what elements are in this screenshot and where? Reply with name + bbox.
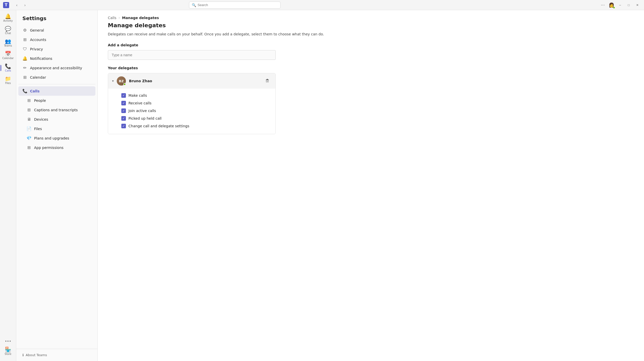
menu-item-apppermissions[interactable]: ⊞ App permissions: [18, 143, 95, 152]
nav-item-store[interactable]: 🏪 Store: [2, 345, 15, 357]
menu-item-people[interactable]: ⊞ People: [18, 96, 95, 105]
delegate-name: Bruno Zhao: [129, 79, 260, 83]
permission-make-calls: ✓ Make calls: [121, 92, 270, 99]
nav-label-activity: Activity: [3, 19, 13, 22]
permission-label-change-delegate-settings: Change call and delegate settings: [128, 124, 189, 128]
breadcrumb-parent[interactable]: Calls: [108, 16, 116, 20]
general-icon: ⚙: [22, 28, 27, 33]
delete-delegate-button[interactable]: [263, 77, 271, 85]
calls-icon: 📞: [5, 64, 11, 69]
nav-label-calendar: Calendar: [2, 57, 14, 60]
plans-icon: 💎: [26, 136, 32, 141]
menu-label-captions: Captions and transcripts: [34, 108, 78, 112]
checkbox-join-active-calls[interactable]: ✓: [121, 108, 126, 113]
permission-picked-up-held-call: ✓ Picked up held call: [121, 115, 270, 122]
profile-avatar[interactable]: 👩: [608, 2, 615, 9]
nav-label-calls: Calls: [5, 69, 11, 72]
menu-label-apppermissions: App permissions: [34, 146, 64, 150]
about-teams-item[interactable]: ℹ About Teams: [22, 353, 91, 357]
chat-icon: 💬: [5, 26, 11, 31]
page-description: Delegates can receive and make calls on …: [108, 32, 634, 37]
settings-menu: ⚙ General ⊞ Accounts 🛡 Privacy 🔔 Notific…: [16, 25, 97, 187]
your-delegates-title: Your delegates: [108, 66, 634, 70]
checkmark-join-active-calls: ✓: [122, 109, 125, 113]
nav-item-calls[interactable]: 📞 Calls: [2, 62, 15, 74]
nav-item-calendar[interactable]: 📅 Calendar: [2, 50, 15, 61]
menu-item-privacy[interactable]: 🛡 Privacy: [18, 44, 95, 54]
activity-icon: 🔔: [5, 14, 11, 19]
delegate-avatar: BZ: [117, 76, 126, 86]
menu-item-accounts[interactable]: ⊞ Accounts: [18, 35, 95, 44]
menu-label-notifications: Notifications: [30, 57, 52, 61]
checkbox-picked-up-held-call[interactable]: ✓: [121, 116, 126, 121]
menu-label-plans: Plans and upgrades: [34, 136, 69, 140]
forward-button[interactable]: ›: [21, 2, 28, 9]
checkbox-make-calls[interactable]: ✓: [121, 93, 126, 98]
menu-item-devices[interactable]: 🖥 Devices: [18, 115, 95, 124]
more-options-button[interactable]: ⋯: [599, 2, 606, 9]
permission-label-receive-calls: Receive calls: [128, 101, 152, 105]
permission-change-delegate-settings: ✓ Change call and delegate settings: [121, 122, 270, 130]
main-content: Calls › Manage delegates Manage delegate…: [98, 10, 644, 361]
menu-item-appearance[interactable]: ✏ Appearance and accessibility: [18, 63, 95, 73]
permission-receive-calls: ✓ Receive calls: [121, 99, 270, 107]
menu-item-captions[interactable]: ⊞ Captions and transcripts: [18, 105, 95, 115]
menu-label-accounts: Accounts: [30, 38, 46, 42]
delegate-permissions: ✓ Make calls ✓ Receive calls ✓ Join acti…: [108, 89, 275, 134]
notifications-icon: 🔔: [22, 56, 27, 61]
nav-item-activity[interactable]: 🔔 Activity: [2, 12, 15, 24]
nav-label-files: Files: [5, 82, 11, 85]
menu-label-people: People: [34, 99, 46, 103]
menu-item-calls[interactable]: 📞 Calls: [18, 86, 95, 96]
nav-rail: 🔔 Activity 💬 Chat 👥 Teams 📅 Calendar 📞 C…: [0, 10, 16, 361]
nav-item-chat[interactable]: 💬 Chat: [2, 25, 15, 36]
privacy-icon: 🛡: [22, 47, 27, 51]
nav-item-files[interactable]: 📁 Files: [2, 75, 15, 86]
trash-icon: [265, 79, 269, 83]
checkmark-picked-up-held-call: ✓: [122, 117, 125, 120]
maximize-button[interactable]: □: [625, 2, 632, 9]
minimize-button[interactable]: –: [617, 2, 624, 9]
title-bar: T ‹ › 🔍 ⋯ 👩 – □ ✕: [0, 0, 644, 10]
search-bar[interactable]: 🔍: [189, 2, 281, 9]
calls-settings-icon: 📞: [22, 89, 27, 93]
calendar-settings-icon: ⊞: [22, 75, 27, 80]
collapse-button[interactable]: ▾: [112, 79, 114, 83]
settings-footer: ℹ About Teams: [16, 349, 97, 361]
people-icon: ⊞: [26, 98, 32, 103]
checkmark-make-calls: ✓: [122, 94, 125, 97]
menu-item-plans[interactable]: 💎 Plans and upgrades: [18, 133, 95, 143]
permission-label-make-calls: Make calls: [128, 93, 147, 98]
nav-item-teams[interactable]: 👥 Teams: [2, 37, 15, 49]
checkbox-receive-calls[interactable]: ✓: [121, 101, 126, 105]
menu-label-devices: Devices: [34, 117, 48, 121]
title-bar-actions: ⋯ 👩 – □ ✕: [599, 2, 641, 9]
settings-sidebar: Settings ⚙ General ⊞ Accounts 🛡 Privacy …: [16, 10, 98, 361]
menu-item-calendar[interactable]: ⊞ Calendar: [18, 73, 95, 82]
close-button[interactable]: ✕: [634, 2, 641, 9]
checkbox-change-delegate-settings[interactable]: ✓: [121, 124, 126, 128]
about-label: About Teams: [26, 353, 47, 357]
menu-item-general[interactable]: ⚙ General: [18, 25, 95, 35]
calendar-icon: 📅: [5, 51, 11, 56]
teams-icon: 👥: [5, 39, 11, 44]
files-icon: 📁: [5, 76, 11, 81]
back-button[interactable]: ‹: [13, 2, 20, 9]
more-icon: •••: [5, 339, 11, 343]
menu-label-privacy: Privacy: [30, 47, 43, 51]
nav-item-more[interactable]: •••: [2, 338, 15, 344]
breadcrumb: Calls › Manage delegates: [108, 10, 634, 22]
menu-item-notifications[interactable]: 🔔 Notifications: [18, 54, 95, 63]
permission-join-active-calls: ✓ Join active calls: [121, 107, 270, 115]
delegate-search-input[interactable]: [108, 50, 276, 60]
delegate-card: ▾ BZ Bruno Zhao ✓ Make ca: [108, 73, 276, 134]
menu-label-appearance: Appearance and accessibility: [30, 66, 82, 70]
menu-label-calendar: Calendar: [30, 75, 46, 79]
search-input[interactable]: [198, 3, 278, 7]
appearance-icon: ✏: [22, 65, 27, 70]
nav-buttons: ‹ ›: [13, 2, 28, 9]
devices-icon: 🖥: [26, 117, 32, 122]
menu-item-files[interactable]: 📄 Files: [18, 124, 95, 133]
delegate-header[interactable]: ▾ BZ Bruno Zhao: [108, 73, 275, 89]
breadcrumb-current: Manage delegates: [122, 16, 159, 20]
